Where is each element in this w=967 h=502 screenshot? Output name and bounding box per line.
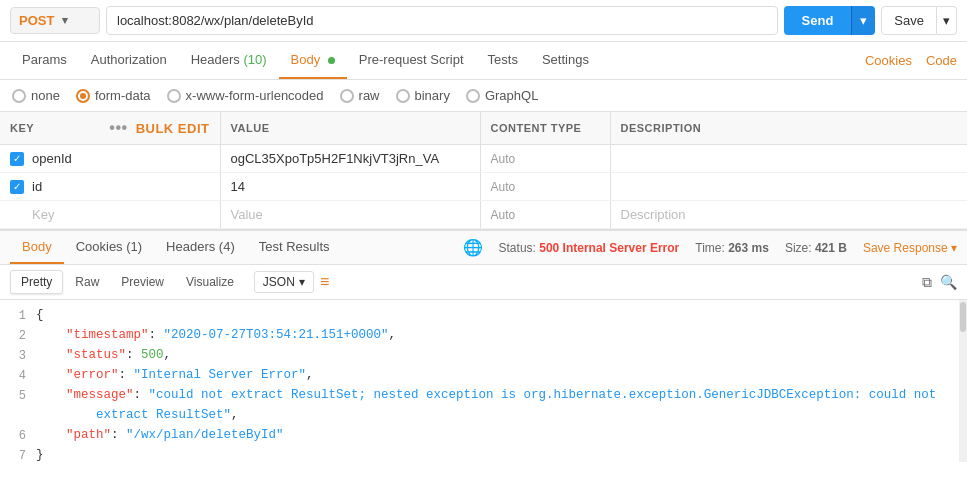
save-button[interactable]: Save	[881, 6, 937, 35]
key-openid: openId	[32, 151, 72, 166]
option-urlencoded[interactable]: x-www-form-urlencoded	[167, 88, 324, 103]
vertical-scrollbar[interactable]	[959, 300, 967, 462]
response-tab-headers[interactable]: Headers (4)	[154, 231, 247, 264]
placeholder-key: Key	[32, 207, 54, 222]
code-line-6: 6 "path": "/wx/plan/deleteById"	[0, 428, 967, 448]
response-tabs: Body Cookies (1) Headers (4) Test Result…	[0, 229, 967, 265]
option-graphql[interactable]: GraphQL	[466, 88, 538, 103]
format-bar: Pretty Raw Preview Visualize JSON ▾ ≡ ⧉ …	[0, 265, 967, 300]
th-description: DESCRIPTION	[610, 112, 967, 145]
response-tab-test-results[interactable]: Test Results	[247, 231, 342, 264]
method-select[interactable]: POST ▾	[10, 7, 100, 34]
code-line-7: 7 }	[0, 448, 967, 462]
response-tab-cookies[interactable]: Cookies (1)	[64, 231, 154, 264]
checkbox-openid[interactable]	[10, 152, 24, 166]
th-content-type: CONTENT TYPE	[480, 112, 610, 145]
nav-right: Cookies Code	[865, 53, 957, 68]
status-label: Status: 500 Internal Server Error	[499, 241, 680, 255]
format-align-icon[interactable]: ≡	[320, 273, 329, 291]
radio-form-data	[76, 89, 90, 103]
format-pretty[interactable]: Pretty	[10, 270, 63, 294]
code-view[interactable]: 1 { 2 "timestamp": "2020-07-27T03:54:21.…	[0, 300, 967, 462]
tab-tests[interactable]: Tests	[476, 42, 530, 79]
size-value: 421 B	[815, 241, 847, 255]
table-row-empty: Key Value Auto Description	[0, 201, 967, 229]
size-label: Size: 421 B	[785, 241, 847, 255]
globe-icon: 🌐	[463, 238, 483, 257]
format-preview[interactable]: Preview	[111, 271, 174, 293]
send-button-group: Send ▾	[784, 6, 876, 35]
search-icon[interactable]: 🔍	[940, 274, 957, 290]
copy-icon[interactable]: ⧉	[922, 274, 932, 291]
placeholder-desc: Description	[621, 207, 686, 222]
send-arrow-button[interactable]: ▾	[851, 6, 875, 35]
type-id: Auto	[491, 180, 516, 194]
nav-tabs: Params Authorization Headers (10) Body P…	[0, 42, 967, 80]
dots-button[interactable]: •••	[109, 119, 127, 137]
json-format-select[interactable]: JSON ▾	[254, 271, 314, 293]
option-binary[interactable]: binary	[396, 88, 450, 103]
send-button[interactable]: Send	[784, 6, 852, 35]
time-value: 263 ms	[728, 241, 769, 255]
type-openid: Auto	[491, 152, 516, 166]
method-label: POST	[19, 13, 54, 28]
tab-body[interactable]: Body	[279, 42, 347, 79]
code-link[interactable]: Code	[926, 53, 957, 68]
th-value: VALUE	[220, 112, 480, 145]
response-status: 🌐 Status: 500 Internal Server Error Time…	[463, 238, 957, 257]
cookies-link[interactable]: Cookies	[865, 53, 912, 68]
th-key: KEY ••• Bulk Edit	[0, 112, 220, 145]
json-label: JSON	[263, 275, 295, 289]
top-bar: POST ▾ Send ▾ Save ▾	[0, 0, 967, 42]
code-line-1: 1 {	[0, 308, 967, 328]
type-empty: Auto	[491, 208, 516, 222]
checkbox-id[interactable]	[10, 180, 24, 194]
code-line-5a: 5 "message": "could not extract ResultSe…	[0, 388, 967, 408]
radio-urlencoded	[167, 89, 181, 103]
tab-pre-request[interactable]: Pre-request Script	[347, 42, 476, 79]
status-value: 500 Internal Server Error	[539, 241, 679, 255]
code-line-4: 4 "error": "Internal Server Error",	[0, 368, 967, 388]
value-openid: ogCL35XpoTp5H2F1NkjVT3jRn_VA	[231, 151, 440, 166]
radio-none	[12, 89, 26, 103]
radio-raw	[340, 89, 354, 103]
radio-graphql	[466, 89, 480, 103]
bulk-edit-button[interactable]: Bulk Edit	[136, 121, 210, 136]
placeholder-value: Value	[231, 207, 263, 222]
time-label: Time: 263 ms	[695, 241, 769, 255]
response-tab-body[interactable]: Body	[10, 231, 64, 264]
save-response-button[interactable]: Save Response ▾	[863, 241, 957, 255]
option-none[interactable]: none	[12, 88, 60, 103]
method-arrow: ▾	[62, 14, 68, 27]
option-form-data[interactable]: form-data	[76, 88, 151, 103]
key-id: id	[32, 179, 42, 194]
save-button-group: Save ▾	[881, 6, 957, 35]
radio-binary	[396, 89, 410, 103]
json-arrow: ▾	[299, 275, 305, 289]
code-line-3: 3 "status": 500,	[0, 348, 967, 368]
save-arrow-button[interactable]: ▾	[937, 6, 957, 35]
code-line-2: 2 "timestamp": "2020-07-27T03:54:21.151+…	[0, 328, 967, 348]
table-row: openId ogCL35XpoTp5H2F1NkjVT3jRn_VA Auto	[0, 145, 967, 173]
table-row: id 14 Auto	[0, 173, 967, 201]
url-input[interactable]	[106, 6, 778, 35]
option-raw[interactable]: raw	[340, 88, 380, 103]
tab-headers[interactable]: Headers (10)	[179, 42, 279, 79]
value-id: 14	[231, 179, 245, 194]
tab-authorization[interactable]: Authorization	[79, 42, 179, 79]
tab-params[interactable]: Params	[10, 42, 79, 79]
params-table: KEY ••• Bulk Edit VALUE CONTENT TYPE DES…	[0, 112, 967, 229]
scrollbar-thumb	[960, 302, 966, 332]
tab-settings[interactable]: Settings	[530, 42, 601, 79]
format-raw[interactable]: Raw	[65, 271, 109, 293]
body-options: none form-data x-www-form-urlencoded raw…	[0, 80, 967, 112]
format-visualize[interactable]: Visualize	[176, 271, 244, 293]
code-line-5b: extract ResultSet",	[0, 408, 967, 428]
